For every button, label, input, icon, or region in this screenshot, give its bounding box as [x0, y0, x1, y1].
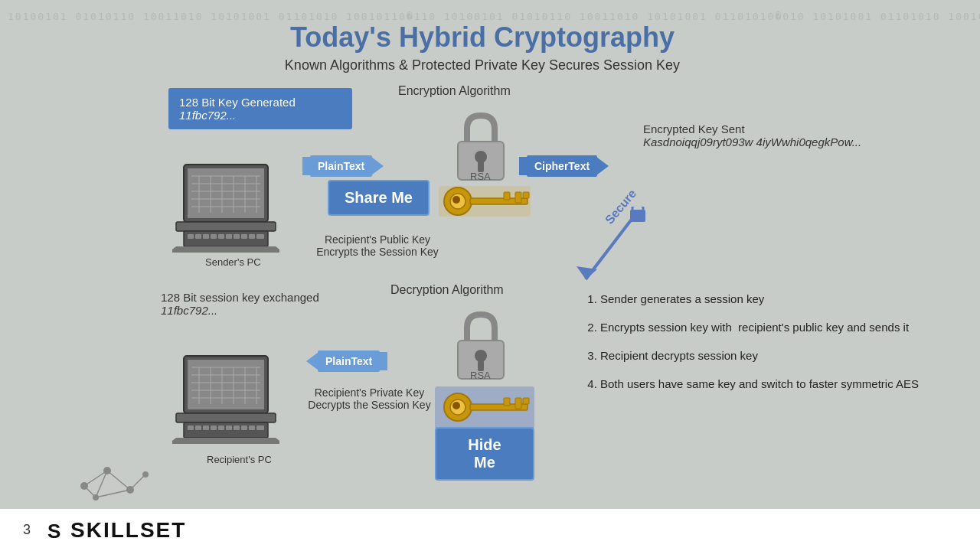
- svg-rect-63: [226, 425, 232, 430]
- svg-rect-21: [234, 234, 240, 239]
- public-key-image: [435, 178, 534, 227]
- svg-rect-73: [504, 398, 510, 406]
- svg-text:S: S: [47, 520, 61, 541]
- svg-rect-59: [195, 425, 201, 430]
- subtitle: Known Algorithms & Protected Private Key…: [0, 57, 965, 73]
- share-me-label: Share Me: [345, 189, 413, 206]
- ciphertext-arrow: CipherText: [519, 155, 609, 177]
- svg-rect-67: [256, 425, 264, 430]
- svg-rect-65: [241, 425, 247, 430]
- page-number: 3: [23, 522, 31, 538]
- svg-rect-17: [203, 234, 209, 239]
- svg-marker-68: [172, 438, 279, 444]
- svg-rect-74: [515, 398, 521, 409]
- ciphertext-arrow-stem: [519, 157, 527, 175]
- plaintext-arrow-head-bottom: [306, 352, 318, 370]
- svg-rect-35: [523, 192, 529, 198]
- session-key-label: 128 Bit session key exchanged: [161, 291, 319, 304]
- recipient-pub-key-text: Recipient's Public Key Encrypts the Sess…: [316, 233, 439, 258]
- plaintext-top-arrow: PlainText: [302, 155, 384, 177]
- svg-rect-19: [218, 234, 224, 239]
- svg-rect-23: [249, 234, 255, 239]
- svg-rect-13: [176, 222, 276, 231]
- svg-rect-34: [515, 192, 521, 203]
- ciphertext-arrow-head: [596, 157, 609, 175]
- sender-pc-label: Sender's PC: [205, 256, 261, 268]
- encrypted-key-title: Encrypted Key Sent: [643, 122, 861, 135]
- skillset-logo-text: SKILLSET: [70, 518, 186, 543]
- key-box-top-value: 11fbc792...: [179, 109, 341, 122]
- svg-rect-16: [195, 234, 201, 239]
- slide-title-area: Today's Hybrid Cryptography: [0, 8, 965, 61]
- slide-title: Today's Hybrid Cryptography: [0, 8, 965, 61]
- svg-rect-33: [504, 192, 510, 200]
- plaintext-label-top: PlainText: [310, 155, 372, 177]
- rsa-label-bottom: RSA: [470, 370, 491, 381]
- diagram: 128 Bit Key Generated 11fbc792... Encryp…: [0, 80, 965, 517]
- svg-rect-22: [241, 234, 247, 239]
- svg-rect-39: [630, 210, 645, 222]
- svg-line-85: [84, 486, 96, 497]
- hide-me-label: Hide Me: [468, 436, 501, 471]
- svg-point-41: [475, 350, 487, 362]
- key-box-top-label: 128 Bit Key Generated: [179, 96, 341, 109]
- svg-rect-24: [256, 234, 264, 239]
- subtitle-area: Known Algorithms & Protected Private Key…: [0, 57, 965, 83]
- recipient-priv-key-text: Recipient's Private Key Decrypts the Ses…: [302, 386, 436, 411]
- svg-point-27: [475, 151, 487, 163]
- hide-me-button[interactable]: Hide Me: [435, 427, 534, 481]
- plaintext-arrow-head-top: [371, 157, 384, 175]
- svg-rect-15: [188, 234, 194, 239]
- list-item-2: Encrypts session key with recipient's pu…: [600, 319, 942, 335]
- recipient-pc-label: Recipient's PC: [207, 454, 272, 465]
- svg-rect-56: [176, 413, 276, 422]
- skillset-s-icon: S: [46, 520, 67, 541]
- svg-point-76: [452, 402, 460, 409]
- svg-line-84: [130, 474, 145, 490]
- recipient-laptop: [172, 352, 279, 447]
- svg-rect-66: [249, 425, 255, 430]
- svg-point-36: [452, 196, 460, 204]
- list-item-4: Both users have same key and switch to f…: [600, 376, 942, 392]
- session-key-text: 128 Bit session key exchanged 11fbc792..…: [161, 291, 319, 317]
- svg-rect-20: [226, 234, 232, 239]
- list: Sender generates a session key Encrypts …: [582, 291, 942, 392]
- encrypted-key-value: Kasdnoiqqj09ryt093w 4iyWwhi0qegkPow...: [643, 135, 861, 148]
- plaintext-label-bottom: PlainText: [318, 350, 380, 372]
- list-item-1: Sender generates a session key: [600, 291, 942, 307]
- svg-marker-25: [172, 246, 279, 253]
- ciphertext-label: CipherText: [527, 155, 597, 177]
- session-key-value: 11fbc792...: [161, 304, 319, 317]
- enc-algo-label: Encryption Algorithm: [398, 84, 511, 98]
- bottom-bar: 3 S SKILLSET: [0, 509, 980, 551]
- key-box-top: 128 Bit Key Generated 11fbc792...: [168, 88, 352, 129]
- dec-algo-label: Decryption Algorithm: [390, 283, 504, 297]
- skillset-logo: S SKILLSET: [46, 518, 186, 543]
- numbered-list: Sender generates a session key Encrypts …: [582, 291, 942, 404]
- svg-rect-18: [211, 234, 217, 239]
- svg-rect-64: [234, 425, 240, 430]
- private-key-image: [435, 386, 534, 432]
- plaintext-arrow-stem-top: [302, 157, 310, 175]
- encrypted-key-text: Encrypted Key Sent Kasdnoiqqj09ryt093w 4…: [643, 122, 861, 148]
- svg-rect-58: [188, 425, 194, 430]
- svg-rect-75: [523, 398, 529, 404]
- network-diagram: [69, 448, 161, 512]
- svg-rect-62: [218, 425, 224, 430]
- plaintext-bottom-arrow: PlainText: [306, 350, 387, 372]
- svg-rect-60: [203, 425, 209, 430]
- svg-line-83: [107, 471, 130, 490]
- slide: Today's Hybrid Cryptography Known Algori…: [0, 0, 980, 551]
- list-item-3: Recipient decrypts session key: [600, 347, 942, 364]
- svg-rect-61: [211, 425, 217, 430]
- svg-line-86: [96, 490, 130, 497]
- plaintext-arrow-stem-bottom: [380, 352, 387, 370]
- secure-area: Secure: [563, 207, 662, 298]
- sender-laptop: [172, 161, 279, 260]
- share-me-button[interactable]: Share Me: [328, 180, 430, 216]
